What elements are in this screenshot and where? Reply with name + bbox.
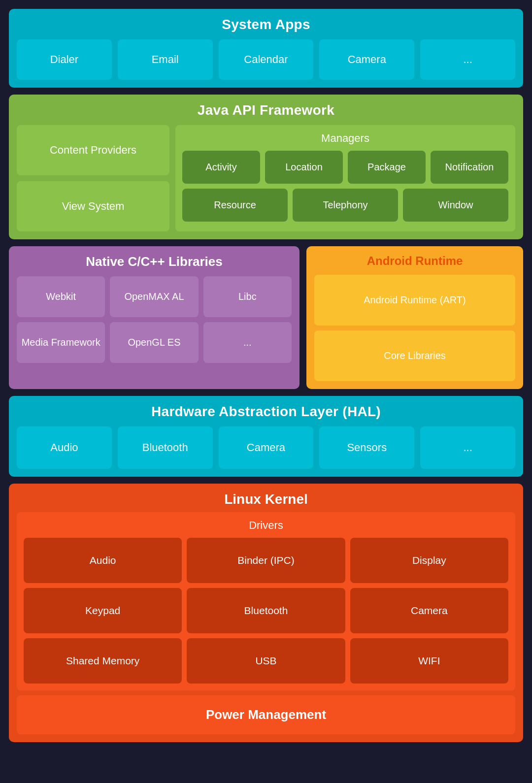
manager-resource: Resource bbox=[182, 189, 288, 222]
native-grid: Webkit OpenMAX AL Libc Media Framework O… bbox=[17, 276, 292, 363]
framework-left: Content Providers View System bbox=[17, 125, 169, 231]
driver-usb: USB bbox=[187, 638, 345, 684]
runtime-inner: Android Runtime (ART) Core Libraries bbox=[314, 275, 515, 381]
driver-shared-memory: Shared Memory bbox=[24, 638, 182, 684]
hal-bluetooth: Bluetooth bbox=[118, 426, 213, 469]
driver-bluetooth: Bluetooth bbox=[187, 588, 345, 633]
managers-grid: Activity Location Package Notification R… bbox=[182, 151, 508, 222]
native-libs-layer: Native C/C++ Libraries Webkit OpenMAX AL… bbox=[9, 246, 299, 389]
manager-window: Window bbox=[403, 189, 508, 222]
managers-section: Managers Activity Location Package Notif… bbox=[175, 125, 515, 231]
linux-kernel-title: Linux Kernel bbox=[17, 491, 515, 507]
driver-audio: Audio bbox=[24, 538, 182, 583]
view-system-box: View System bbox=[17, 181, 169, 231]
app-dialer: Dialer bbox=[17, 39, 112, 80]
driver-display: Display bbox=[350, 538, 508, 583]
framework-inner: Content Providers View System Managers A… bbox=[17, 125, 515, 231]
hal-camera: Camera bbox=[219, 426, 314, 469]
manager-package: Package bbox=[348, 151, 426, 184]
native-opengl: OpenGL ES bbox=[110, 322, 198, 363]
runtime-core: Core Libraries bbox=[314, 330, 515, 381]
java-framework-layer: Java API Framework Content Providers Vie… bbox=[9, 95, 523, 239]
manager-location: Location bbox=[265, 151, 343, 184]
hal-grid: Audio Bluetooth Camera Sensors ... bbox=[17, 426, 515, 469]
java-framework-title: Java API Framework bbox=[17, 102, 515, 118]
manager-activity: Activity bbox=[182, 151, 260, 184]
app-email: Email bbox=[118, 39, 213, 80]
drivers-title: Drivers bbox=[24, 519, 508, 532]
native-more: ... bbox=[203, 322, 292, 363]
drivers-row-3: Shared Memory USB WIFI bbox=[24, 638, 508, 684]
hal-layer: Hardware Abstraction Layer (HAL) Audio B… bbox=[9, 396, 523, 477]
android-runtime-layer: Android Runtime Android Runtime (ART) Co… bbox=[306, 246, 523, 389]
managers-row-1: Activity Location Package Notification bbox=[182, 151, 508, 184]
app-more: ... bbox=[420, 39, 515, 80]
native-libs-title: Native C/C++ Libraries bbox=[17, 254, 292, 269]
system-apps-grid: Dialer Email Calendar Camera ... bbox=[17, 39, 515, 80]
driver-camera: Camera bbox=[350, 588, 508, 633]
driver-wifi: WIFI bbox=[350, 638, 508, 684]
native-openmax: OpenMAX AL bbox=[110, 276, 198, 317]
drivers-section: Drivers Audio Binder (IPC) Display Keypa… bbox=[17, 512, 515, 690]
runtime-art: Android Runtime (ART) bbox=[314, 275, 515, 326]
system-apps-title: System Apps bbox=[17, 17, 515, 33]
app-camera: Camera bbox=[319, 39, 414, 80]
native-media: Media Framework bbox=[17, 322, 105, 363]
driver-binder: Binder (IPC) bbox=[187, 538, 345, 583]
drivers-row-1: Audio Binder (IPC) Display bbox=[24, 538, 508, 583]
hal-sensors: Sensors bbox=[319, 426, 414, 469]
driver-keypad: Keypad bbox=[24, 588, 182, 633]
native-row-2: Media Framework OpenGL ES ... bbox=[17, 322, 292, 363]
android-runtime-title: Android Runtime bbox=[314, 254, 515, 268]
system-apps-layer: System Apps Dialer Email Calendar Camera… bbox=[9, 9, 523, 88]
power-management-box: Power Management bbox=[17, 695, 515, 734]
native-webkit: Webkit bbox=[17, 276, 105, 317]
native-runtime-row: Native C/C++ Libraries Webkit OpenMAX AL… bbox=[9, 246, 523, 389]
drivers-grid: Audio Binder (IPC) Display Keypad Blueto… bbox=[24, 538, 508, 684]
manager-notification: Notification bbox=[431, 151, 508, 184]
native-row-1: Webkit OpenMAX AL Libc bbox=[17, 276, 292, 317]
hal-audio: Audio bbox=[17, 426, 112, 469]
managers-row-2: Resource Telephony Window bbox=[182, 189, 508, 222]
linux-kernel-layer: Linux Kernel Drivers Audio Binder (IPC) … bbox=[9, 484, 523, 742]
manager-telephony: Telephony bbox=[293, 189, 398, 222]
hal-more: ... bbox=[420, 426, 515, 469]
hal-title: Hardware Abstraction Layer (HAL) bbox=[17, 404, 515, 420]
drivers-row-2: Keypad Bluetooth Camera bbox=[24, 588, 508, 633]
content-providers-box: Content Providers bbox=[17, 125, 169, 175]
app-calendar: Calendar bbox=[219, 39, 314, 80]
native-libc: Libc bbox=[203, 276, 292, 317]
managers-title: Managers bbox=[182, 132, 508, 145]
